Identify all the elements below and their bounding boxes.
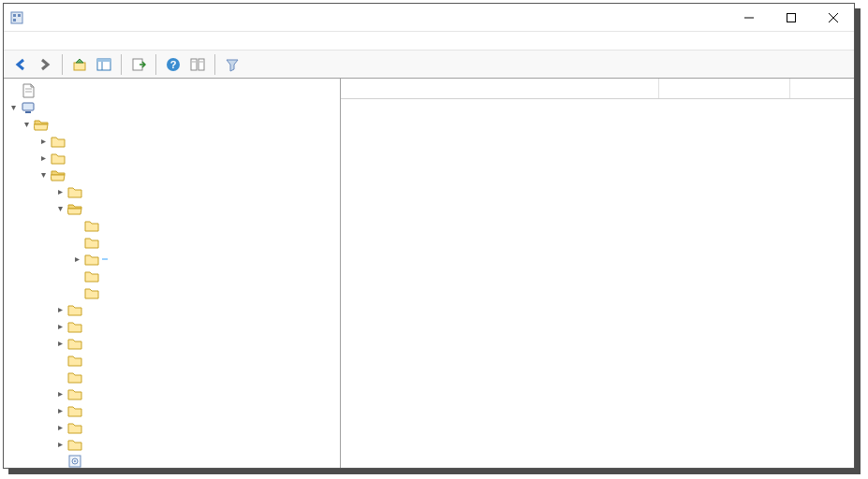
policy-icon bbox=[21, 83, 36, 98]
chevron-right-icon[interactable]: ▸ bbox=[54, 304, 66, 315]
toolbar bbox=[4, 51, 854, 79]
folder-icon bbox=[67, 319, 82, 334]
tree-ms-office-2016[interactable]: ▾ bbox=[4, 200, 340, 217]
folder-icon bbox=[67, 403, 82, 418]
chevron-right-icon[interactable]: ▸ bbox=[54, 439, 66, 450]
svg-rect-25 bbox=[13, 19, 16, 22]
all-settings-icon bbox=[67, 454, 82, 468]
folder-open-icon bbox=[67, 201, 82, 216]
tree-updates[interactable]: ▶ bbox=[4, 268, 340, 284]
folder-icon bbox=[67, 437, 82, 452]
tree-licensing-settings[interactable]: ▶ bbox=[4, 217, 340, 234]
export-list-button[interactable] bbox=[127, 53, 150, 76]
list-header bbox=[341, 79, 854, 99]
back-button[interactable] bbox=[9, 53, 32, 76]
folder-open-icon bbox=[51, 167, 66, 182]
filter-button[interactable] bbox=[221, 53, 243, 76]
menubar bbox=[4, 32, 854, 51]
chevron-right-icon[interactable]: ▸ bbox=[37, 136, 49, 147]
menu-action[interactable] bbox=[26, 39, 37, 43]
tree-admin-templates[interactable]: ▾ bbox=[4, 167, 340, 183]
titlebar bbox=[4, 4, 854, 32]
tree-system[interactable]: ▸ bbox=[4, 419, 340, 436]
show-hide-tree-button[interactable] bbox=[93, 53, 115, 76]
tree-server[interactable]: ▶ bbox=[4, 369, 340, 385]
tree-printers[interactable]: ▶ bbox=[4, 352, 340, 369]
chevron-down-icon[interactable]: ▾ bbox=[21, 119, 32, 130]
column-comment[interactable] bbox=[790, 79, 854, 98]
tree-control-panel[interactable]: ▸ bbox=[4, 183, 340, 200]
chevron-right-icon[interactable]: ▸ bbox=[71, 254, 82, 265]
app-icon bbox=[9, 10, 24, 25]
tree-windows-components[interactable]: ▸ bbox=[4, 436, 340, 453]
tree-windows-settings[interactable]: ▸ bbox=[4, 150, 340, 167]
chevron-right-icon[interactable]: ▸ bbox=[54, 321, 66, 332]
tree-mozilla[interactable]: ▸ bbox=[4, 318, 340, 335]
folder-open-icon bbox=[34, 117, 49, 132]
tree-miscellaneous[interactable]: ▶ bbox=[4, 234, 340, 251]
tree-network[interactable]: ▸ bbox=[4, 335, 340, 352]
folder-icon bbox=[67, 386, 82, 401]
column-state[interactable] bbox=[659, 79, 790, 98]
menu-view[interactable] bbox=[41, 39, 52, 43]
folder-icon bbox=[67, 336, 82, 351]
tree-start-menu-taskbar[interactable]: ▸ bbox=[4, 402, 340, 419]
tree-policies[interactable]: ▾ bbox=[4, 116, 340, 133]
menu-help[interactable] bbox=[56, 39, 67, 43]
svg-rect-22 bbox=[11, 12, 22, 23]
folder-icon bbox=[84, 218, 99, 233]
folder-icon bbox=[84, 269, 99, 283]
chevron-right-icon[interactable]: ▸ bbox=[54, 405, 66, 416]
svg-rect-24 bbox=[18, 14, 21, 17]
folder-icon bbox=[67, 353, 82, 368]
tree-ms-powerpoint-2016[interactable]: ▸ bbox=[4, 301, 340, 318]
chevron-down-icon[interactable]: ▾ bbox=[37, 169, 49, 181]
svg-rect-23 bbox=[13, 14, 16, 17]
filter-options-button[interactable] bbox=[186, 53, 209, 76]
folder-icon bbox=[67, 370, 82, 385]
chevron-right-icon[interactable]: ▸ bbox=[54, 186, 66, 197]
chevron-down-icon[interactable]: ▾ bbox=[54, 203, 66, 214]
tree-skype-for-business[interactable]: ▸ bbox=[4, 385, 340, 402]
folder-icon bbox=[84, 252, 99, 267]
chevron-right-icon[interactable]: ▸ bbox=[54, 422, 66, 433]
tree-volume-activation[interactable]: ▶ bbox=[4, 284, 340, 301]
up-button[interactable] bbox=[68, 53, 91, 76]
menu-file[interactable] bbox=[11, 39, 22, 43]
help-button[interactable] bbox=[162, 53, 184, 76]
folder-icon bbox=[84, 285, 99, 300]
folder-icon bbox=[84, 235, 99, 250]
chevron-right-icon[interactable]: ▸ bbox=[37, 152, 49, 164]
tree-all-settings[interactable]: ▶ bbox=[4, 453, 340, 468]
minimize-button[interactable] bbox=[728, 4, 770, 32]
folder-icon bbox=[67, 184, 82, 199]
close-button[interactable] bbox=[812, 4, 854, 32]
folder-icon bbox=[67, 420, 82, 435]
folder-icon bbox=[51, 151, 66, 166]
forward-button[interactable] bbox=[34, 53, 56, 76]
computer-icon bbox=[21, 100, 36, 115]
svg-rect-27 bbox=[787, 13, 795, 22]
chevron-right-icon[interactable]: ▸ bbox=[54, 388, 66, 399]
column-setting[interactable] bbox=[341, 79, 659, 98]
tree-software-settings[interactable]: ▸ bbox=[4, 133, 340, 150]
tree-pane[interactable]: ▶ ▾ ▾ ▸ bbox=[4, 79, 341, 468]
folder-icon bbox=[67, 302, 82, 317]
tree-computer-configuration[interactable]: ▾ bbox=[4, 99, 340, 116]
folder-icon bbox=[51, 134, 66, 149]
chevron-down-icon[interactable]: ▾ bbox=[7, 102, 19, 113]
tree-root[interactable]: ▶ bbox=[4, 82, 340, 99]
app-window: ▶ ▾ ▾ ▸ bbox=[3, 3, 855, 469]
chevron-right-icon[interactable]: ▸ bbox=[54, 338, 66, 349]
tree-security-settings[interactable]: ▸ bbox=[4, 251, 340, 268]
maximize-button[interactable] bbox=[770, 4, 812, 32]
list-pane bbox=[341, 79, 854, 468]
